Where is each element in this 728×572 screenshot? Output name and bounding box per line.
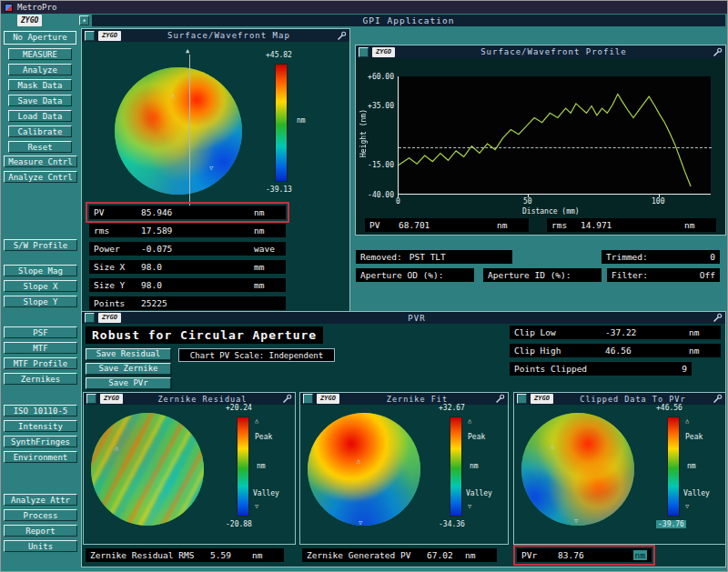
os-titlebar[interactable]: MetroPro [1,1,727,14]
window-menu-icon[interactable] [85,31,95,41]
window-menu-icon[interactable] [86,394,96,404]
sidebar-item-slope-x[interactable]: Slope X [4,280,77,292]
valley-arrow-icon[interactable]: ▽ [685,504,689,510]
y-tick: +35.00 [367,102,394,110]
window-menu-icon[interactable] [359,47,369,57]
peak-arrow-icon[interactable]: △ [468,418,471,425]
window-title: Clipped Data To PVr [557,395,709,404]
sidebar-item-calibrate[interactable]: Calibrate [8,125,72,137]
sidebar-item-mtf[interactable]: MTF [4,342,77,354]
profile-slice-line[interactable] [189,55,190,207]
sidebar-item-measure[interactable]: MEASURE [8,48,72,60]
sidebar-item-zernikes[interactable]: Zernikes [4,373,77,385]
colorbar-peak: Peak [685,433,703,441]
peak-arrow-icon[interactable]: △ [685,418,689,425]
peak-marker-icon: △ [115,446,118,452]
filter-field[interactable]: Filter:Off [607,268,720,282]
sidebar-item-report[interactable]: Report [4,525,77,537]
window-titlebar[interactable]: ZYGO Surface/Wavefront Map [82,29,349,42]
zygo-logo: ZYGO [98,31,121,41]
peak-arrow-icon[interactable]: △ [255,418,258,425]
valley-arrow-icon[interactable]: ▽ [468,504,471,510]
colorbar-min: -34.36 [439,520,465,528]
colorbar-unit: nm [297,116,306,125]
wrench-icon[interactable] [713,47,723,57]
sidebar-item-intensity[interactable]: Intensity [4,420,77,432]
window-menu-icon[interactable]: ▴ [79,15,89,25]
window-titlebar[interactable]: ZYGO Clipped Data To PVr [514,393,725,405]
sidebar-item-analyze-attr[interactable]: Analyze Attr [4,494,77,506]
sidebar-item-save-data[interactable]: Save Data [8,95,72,106]
sidebar-item-sw-profile[interactable]: S/W Profile [4,239,77,251]
sidebar-item-slope-mag[interactable]: Slope Mag [4,265,77,276]
window-titlebar[interactable]: ZYGO Surface/Wavefront Profile [356,45,725,58]
aperture-id-field[interactable]: Aperture ID (%): [483,268,602,282]
points-clipped-field: Points Clipped9 [510,362,692,376]
chart-pv-scale-field[interactable]: Chart PV Scale: Independent [178,348,335,362]
window-titlebar[interactable]: ZYGO Zernike Fit [300,393,508,405]
colorbar-valley: Valley [683,489,710,497]
aperture-od-field[interactable]: Aperture OD (%): [356,268,474,282]
colorbar [275,64,288,182]
colorbar-min: -20.88 [226,520,252,528]
stat-size-x: Size X98.0mm [89,260,286,274]
removed-field[interactable]: Removed:PST TLT [356,250,512,264]
sidebar-item-analyze[interactable]: Analyze [8,64,72,75]
window-titlebar[interactable]: ZYGO Zernike Residual [84,393,295,405]
save-zernike-button[interactable]: Save Zernike [86,363,171,375]
window-title: Zernike Residual [126,395,278,404]
profile-stat-rms: rms14.971nm [547,218,716,232]
clip-low-field: Clip Low-37.22nm [510,326,721,339]
sidebar-item-process[interactable]: Process [4,509,77,521]
wrench-icon[interactable] [713,394,723,404]
y-axis-label: Height (nm) [359,109,368,157]
sidebar-item-measure-cntrl[interactable]: Measure Cntrl [4,156,77,167]
x-tick: 50 [523,197,532,206]
trimmed-field: Trimmed:0 [602,250,720,264]
sidebar-item-units[interactable]: Units [4,540,77,552]
y-tick: +60.00 [367,73,394,81]
aperture-selector[interactable]: No Aperture [4,31,76,45]
slice-arrow-up-icon: ▲ [186,48,189,55]
profile-stat-pv: PV68.701nm [365,218,529,232]
peak-marker-icon: △ [171,93,175,99]
profile-plot[interactable] [398,76,711,195]
window-menu-icon[interactable] [85,313,95,323]
colorbar-unit: nm [257,462,266,470]
window-title: Surface/Wavefront Map [125,31,333,40]
peak-marker-icon: △ [357,458,360,465]
colorbar-max: +32.67 [439,404,465,412]
sidebar-item-reset[interactable]: Reset [8,141,72,153]
save-residual-button[interactable]: Save Residual [86,348,171,360]
sidebar-item-mtf-profile[interactable]: MTF Profile [4,357,77,369]
sidebar-item-mask-data[interactable]: Mask Data [8,79,72,91]
stat-power: Power-0.075wave [89,242,286,256]
y-tick: -40.00 [367,191,394,199]
wrench-icon[interactable] [337,31,347,41]
window-menu-icon[interactable] [303,394,313,404]
window-menu-icon[interactable] [517,394,527,404]
sidebar-item-iso-10110-5[interactable]: ISO 10110-5 [4,405,77,416]
sidebar-item-slope-y[interactable]: Slope Y [4,296,77,307]
surface-map-heatmap[interactable] [115,67,242,195]
valley-arrow-icon[interactable]: ▽ [255,504,258,510]
stat-pv: PV85.946nm [89,206,286,219]
sidebar-item-analyze-cntrl[interactable]: Analyze Cntrl [4,171,77,183]
zernike-fit-window: ZYGO Zernike Fit △ ▽ +32.67 △ Peak nm Va… [299,392,509,545]
clip-high-field: Clip High46.56nm [510,344,721,357]
wrench-icon[interactable] [713,313,723,323]
stat-points: Points25225 [89,296,286,310]
colorbar-max: +46.56 [656,404,682,412]
app-icon [5,4,13,12]
sidebar-item-load-data[interactable]: Load Data [8,110,72,122]
wrench-icon[interactable] [495,394,505,404]
wrench-icon[interactable] [282,394,292,404]
sidebar-item-synthfringes[interactable]: SynthFringes [4,436,77,447]
save-pvr-button[interactable]: Save PVr [86,377,171,389]
pvr-result-field: PVr83.76nm [517,548,652,562]
colorbar-max: +45.82 [266,51,292,59]
window-titlebar[interactable]: ZYGO PVR [82,312,725,324]
sidebar-item-environment[interactable]: Environment [4,451,77,463]
pvr-heading: Robust for Circular Aperture [86,326,323,344]
sidebar-item-psf[interactable]: PSF [4,326,77,338]
